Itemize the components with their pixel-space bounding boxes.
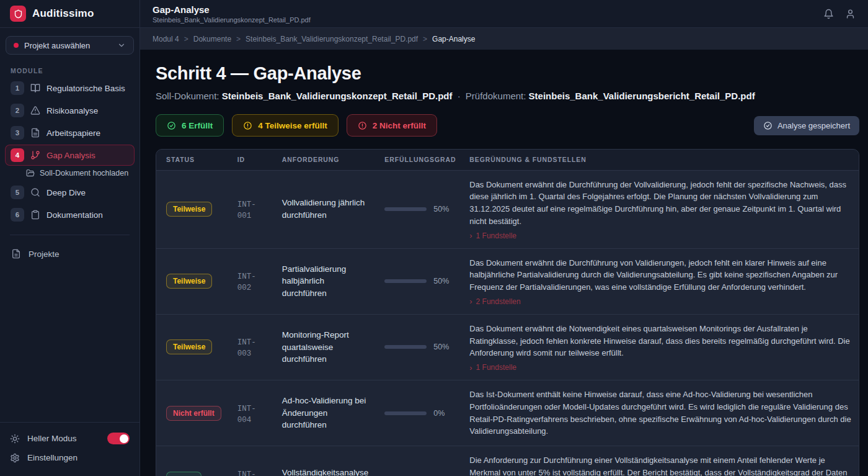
breadcrumb-item-gap-analyse: Gap-Analyse bbox=[432, 35, 475, 43]
toggle-knob bbox=[120, 434, 128, 443]
sidebar-divider bbox=[10, 235, 130, 235]
table-row: Erfüllt INT-005 Vollständigkeitsanalyse … bbox=[156, 446, 859, 476]
status-badge: Teilweise bbox=[166, 339, 212, 354]
sidebar: Auditissimo Projekt auswählen MODULE 1 R… bbox=[0, 0, 140, 476]
pruefdokument-value: Steinbeis_Bank_Validierungsbericht_Retai… bbox=[529, 91, 755, 101]
requirement-id: INT-003 bbox=[237, 338, 256, 358]
sidebar-item-label: Risikoanalyse bbox=[46, 106, 98, 115]
doc-separator: · bbox=[458, 91, 461, 101]
project-select-label: Projekt auswählen bbox=[24, 41, 112, 50]
justification-text: Das Dokument erwähnt die Notwendigkeit e… bbox=[469, 323, 852, 359]
module-number: 3 bbox=[11, 126, 24, 140]
clipboard-icon bbox=[30, 210, 40, 220]
module-number: 4 bbox=[11, 148, 24, 162]
topbar-title: Gap-Analyse bbox=[153, 4, 311, 15]
sidebar-item-label: Dokumentation bbox=[46, 210, 103, 220]
logo-row: Auditissimo bbox=[0, 0, 140, 28]
chevron-down-icon bbox=[117, 41, 126, 50]
topbar-subtitle: Steinbeis_Bank_Validierungskonzept_Retai… bbox=[153, 16, 311, 24]
breadcrumb-separator: > bbox=[423, 35, 427, 43]
topbar-titles: Gap-Analyse Steinbeis_Bank_Validierungsk… bbox=[153, 4, 311, 24]
fundstellen-label: 2 Fundstellen bbox=[476, 297, 521, 306]
content: Schritt 4 — Gap-Analyse Soll-Dokument: S… bbox=[140, 50, 868, 476]
fundstellen-link[interactable]: › 1 Fundstelle bbox=[469, 363, 852, 372]
justification-text: Das Dokument erwähnt die Durchführung vo… bbox=[469, 257, 852, 294]
chevron-right-icon: › bbox=[469, 364, 472, 372]
light-mode-row: Heller Modus bbox=[10, 429, 130, 448]
table-row: Nicht erfüllt INT-004 Ad-hoc-Validierung… bbox=[156, 380, 859, 446]
requirement-id: INT-005 bbox=[237, 470, 256, 476]
breadcrumb-item-dokument[interactable]: Steinbeis_Bank_Validierungskonzept_Retai… bbox=[246, 35, 418, 43]
progress-track bbox=[384, 207, 427, 211]
user-icon[interactable] bbox=[845, 9, 856, 19]
search-icon bbox=[30, 187, 40, 197]
sun-icon bbox=[10, 434, 20, 444]
stats-row: 6 Erfüllt 4 Teilweise erfüllt 2 Nicht er… bbox=[156, 114, 859, 137]
progress-track bbox=[384, 411, 427, 415]
justification-text: Das Dokument erwähnt die Durchführung de… bbox=[469, 179, 852, 228]
folder-open-icon bbox=[26, 169, 35, 177]
gap-analysis-table: STATUS ID ANFORDERUNG ERFÜLLUNGSGRAD BEG… bbox=[156, 149, 859, 476]
breadcrumb: Modul 4 > Dokumente > Steinbeis_Bank_Val… bbox=[140, 28, 868, 50]
module-number: 1 bbox=[11, 81, 24, 95]
stat-label: 4 Teilweise erfüllt bbox=[258, 121, 327, 130]
analyse-saved-button[interactable]: Analyse gespeichert bbox=[754, 116, 859, 135]
page-title: Schritt 4 — Gap-Analyse bbox=[156, 63, 859, 84]
fundstellen-label: 1 Fundstelle bbox=[476, 363, 516, 372]
justification-text: Das Ist-Dokument enthält keine Hinweise … bbox=[469, 388, 852, 438]
table-row: Teilweise INT-001 Vollvalidierung jährli… bbox=[156, 170, 859, 248]
sidebar-subitem-label: Soll-Dokument hochladen bbox=[40, 169, 128, 177]
file-icon bbox=[11, 249, 21, 259]
sidebar-item-label: Arbeitspapiere bbox=[46, 128, 100, 138]
column-header-status: STATUS bbox=[156, 150, 228, 170]
breadcrumb-item-modul-4[interactable]: Modul 4 bbox=[153, 35, 179, 43]
sidebar-item-risikoanalyse[interactable]: 2 Risikoanalyse bbox=[5, 100, 135, 121]
fundstellen-link[interactable]: › 2 Fundstellen bbox=[469, 297, 852, 306]
table-header: STATUS ID ANFORDERUNG ERFÜLLUNGSGRAD BEG… bbox=[156, 150, 859, 170]
project-select[interactable]: Projekt auswählen bbox=[6, 36, 134, 55]
check-circle-icon bbox=[763, 121, 773, 130]
settings-row[interactable]: Einstellungen bbox=[10, 448, 130, 467]
sidebar-item-label: Deep Dive bbox=[46, 188, 86, 197]
sidebar-subitem-soll-dokument-hochladen[interactable]: Soll-Dokument hochladen bbox=[0, 166, 140, 181]
requirement-text: Monitoring-Report quartalsweise durchfüh… bbox=[282, 329, 369, 366]
sidebar-item-projekte[interactable]: Projekte bbox=[5, 244, 135, 264]
light-mode-label: Heller Modus bbox=[27, 434, 77, 443]
gear-icon bbox=[10, 453, 20, 463]
sidebar-item-regulatorische-basis[interactable]: 1 Regulatorische Basis bbox=[5, 78, 135, 99]
progress-percent: 50% bbox=[433, 343, 449, 351]
requirement-text: Vollständigkeitsanalyse durchführen bbox=[282, 467, 369, 476]
module-number: 5 bbox=[11, 186, 24, 199]
sidebar-item-label: Projekte bbox=[29, 249, 60, 259]
sidebar-item-arbeitspapiere[interactable]: 3 Arbeitspapiere bbox=[5, 122, 135, 143]
progress: 50% bbox=[384, 343, 453, 351]
sidebar-item-dokumentation[interactable]: 6 Dokumentation bbox=[5, 204, 135, 225]
main-area: Gap-Analyse Steinbeis_Bank_Validierungsk… bbox=[140, 0, 868, 476]
soll-dokument-value: Steinbeis_Bank_Validierungskonzept_Retai… bbox=[222, 91, 453, 101]
fundstellen-link[interactable]: › 1 Fundstelle bbox=[469, 231, 852, 240]
sidebar-item-deep-dive[interactable]: 5 Deep Dive bbox=[5, 182, 135, 203]
sidebar-item-label: Regulatorische Basis bbox=[46, 84, 125, 93]
bell-icon[interactable] bbox=[823, 9, 834, 19]
progress-track bbox=[384, 345, 427, 349]
app-root: Auditissimo Projekt auswählen MODULE 1 R… bbox=[0, 0, 868, 476]
progress: 50% bbox=[384, 205, 453, 213]
check-circle-icon bbox=[167, 121, 176, 130]
light-mode-toggle[interactable] bbox=[107, 433, 130, 444]
requirement-id: INT-002 bbox=[237, 272, 256, 292]
breadcrumb-item-dokumente[interactable]: Dokumente bbox=[193, 35, 231, 43]
branch-icon bbox=[30, 150, 40, 160]
alert-circle-icon bbox=[358, 121, 367, 130]
requirement-id: INT-004 bbox=[237, 405, 256, 424]
table-body: Teilweise INT-001 Vollvalidierung jährli… bbox=[156, 170, 859, 476]
module-number: 2 bbox=[11, 104, 24, 117]
module-number: 6 bbox=[11, 208, 24, 222]
topbar: Gap-Analyse Steinbeis_Bank_Validierungsk… bbox=[140, 0, 868, 28]
settings-label: Einstellungen bbox=[27, 453, 78, 462]
requirement-text: Ad-hoc-Validierung bei Änderungen durchf… bbox=[282, 395, 369, 431]
stat-erfuellt: 6 Erfüllt bbox=[156, 114, 224, 137]
progress-percent: 50% bbox=[433, 205, 449, 213]
sidebar-spacer bbox=[0, 264, 140, 422]
sidebar-item-label: Gap Analysis bbox=[46, 151, 95, 160]
sidebar-item-gap-analysis[interactable]: 4 Gap Analysis bbox=[5, 145, 135, 166]
